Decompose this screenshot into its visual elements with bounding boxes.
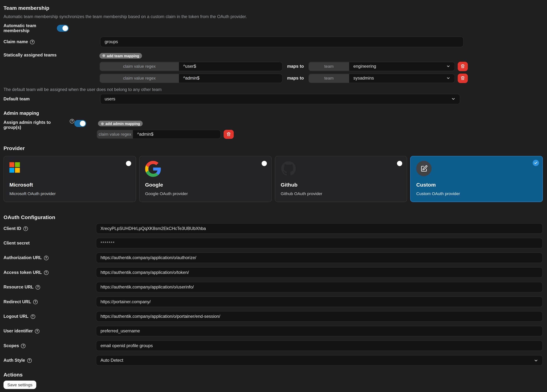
radio-unchecked-icon[interactable] xyxy=(261,161,267,166)
help-icon: ? xyxy=(30,314,35,319)
logout-url-label: Logout URL ? xyxy=(4,314,96,319)
team-addon: team xyxy=(309,62,349,71)
admin-mapping-heading: Admin mapping xyxy=(4,110,543,116)
remove-team-mapping-button[interactable] xyxy=(458,73,468,83)
help-icon: ? xyxy=(21,344,26,348)
provider-card-custom[interactable]: Custom Custom OAuth provider xyxy=(410,156,543,202)
help-icon: ? xyxy=(44,270,48,275)
field-label-text: Redirect URL xyxy=(4,299,31,304)
remove-admin-mapping-button[interactable] xyxy=(224,130,234,139)
help-icon: ? xyxy=(27,358,32,363)
redirect-url-input[interactable] xyxy=(96,296,543,307)
field-label-text: Authorization URL xyxy=(4,255,42,260)
add-circle-icon: ⊕ xyxy=(102,54,105,58)
scopes-input[interactable] xyxy=(96,341,543,351)
field-label-text: Access token URL xyxy=(4,270,42,275)
chevron-down-icon xyxy=(446,76,451,80)
help-icon: ? xyxy=(30,40,35,44)
auth-style-label: Auth Style ? xyxy=(4,358,96,363)
access-token-url-label: Access token URL ? xyxy=(4,270,96,275)
field-label-text: Resource URL xyxy=(4,285,34,289)
claim-name-input[interactable] xyxy=(100,36,464,47)
resource-url-label: Resource URL ? xyxy=(4,285,96,289)
automatic-team-membership-label: Automatic team membership xyxy=(4,23,57,33)
team-membership-description: Automatic team membership synchronizes t… xyxy=(4,14,543,20)
team-mapping-row: claim value regex maps to team sysadmins xyxy=(99,73,468,83)
admin-mapping-row: claim value regex xyxy=(97,129,234,139)
chevron-down-icon xyxy=(534,358,538,363)
radio-unchecked-icon[interactable] xyxy=(397,161,402,166)
team-select[interactable]: sysadmins xyxy=(349,74,455,83)
help-icon: ? xyxy=(36,285,40,289)
admin-claim-value-regex-input[interactable] xyxy=(133,130,220,138)
edit-icon xyxy=(416,161,432,176)
field-label-text: Scopes xyxy=(4,343,19,348)
add-admin-mapping-button[interactable]: ⊕ add admin mapping xyxy=(98,121,143,126)
assign-admin-rights-toggle[interactable] xyxy=(74,120,86,127)
provider-card-description: Github OAuth provider xyxy=(281,191,401,196)
provider-card-github[interactable]: Github Github OAuth provider xyxy=(275,156,407,202)
help-icon: ? xyxy=(23,226,28,231)
add-circle-icon: ⊕ xyxy=(101,122,104,125)
claim-name-label: Claim name ? xyxy=(4,40,100,44)
provider-card-title: Custom xyxy=(416,182,537,188)
scopes-label: Scopes ? xyxy=(4,343,96,348)
claim-value-regex-input[interactable] xyxy=(179,62,282,71)
remove-team-mapping-button[interactable] xyxy=(458,62,468,71)
maps-to-label: maps to xyxy=(287,76,304,81)
trash-icon xyxy=(460,76,465,81)
github-logo-icon xyxy=(281,161,296,176)
field-label-text: Auth Style xyxy=(4,358,25,363)
help-icon: ? xyxy=(70,119,74,124)
field-label-text: Client secret xyxy=(4,241,30,246)
provider-card-title: Google xyxy=(145,182,266,188)
assign-admin-rights-label-text: Assign admin rights to group(s) xyxy=(4,120,68,130)
help-icon: ? xyxy=(35,329,40,333)
user-identifier-input[interactable] xyxy=(96,326,543,337)
client-secret-input[interactable] xyxy=(96,238,543,248)
default-team-label: Default team xyxy=(4,96,100,101)
assign-admin-rights-label: Assign admin rights to group(s) ? xyxy=(4,120,74,139)
authorization-url-label: Authorization URL ? xyxy=(4,255,96,260)
field-label-text: Client ID xyxy=(4,226,21,231)
team-membership-heading: Team membership xyxy=(4,5,543,11)
default-team-help-text: The default team will be assigned when t… xyxy=(4,87,543,92)
client-id-input[interactable] xyxy=(96,223,543,234)
provider-card-description: Google OAuth provider xyxy=(145,191,266,196)
claim-value-regex-addon: claim value regex xyxy=(97,130,133,138)
access-token-url-input[interactable] xyxy=(96,267,543,278)
authorization-url-input[interactable] xyxy=(96,253,543,263)
resource-url-input[interactable] xyxy=(96,282,543,292)
team-select-value: engineering xyxy=(353,64,376,69)
add-team-mapping-label: add team mapping xyxy=(107,54,139,58)
user-identifier-label: User identifier ? xyxy=(4,329,96,333)
claim-value-regex-addon: claim value regex xyxy=(100,62,179,71)
trash-icon xyxy=(226,132,231,137)
team-select[interactable]: engineering xyxy=(349,62,455,71)
chevron-down-icon xyxy=(446,64,451,69)
help-icon: ? xyxy=(44,256,48,260)
provider-card-microsoft[interactable]: Microsoft Microsoft OAuth provider xyxy=(4,156,136,202)
provider-card-title: Microsoft xyxy=(9,182,130,188)
team-mapping-row: claim value regex maps to team engineeri… xyxy=(99,62,468,71)
oauth-configuration-heading: OAuth Configuration xyxy=(4,214,543,220)
add-team-mapping-button[interactable]: ⊕ add team mapping xyxy=(99,53,142,58)
provider-card-google[interactable]: Google Google OAuth provider xyxy=(139,156,272,202)
actions-heading: Actions xyxy=(4,371,543,378)
default-team-select[interactable]: users xyxy=(100,94,460,104)
claim-value-regex-input[interactable] xyxy=(179,74,282,83)
save-settings-button[interactable]: Save settings xyxy=(4,381,36,389)
automatic-team-membership-toggle[interactable] xyxy=(57,25,69,32)
team-select-value: sysadmins xyxy=(353,76,374,81)
provider-card-title: Github xyxy=(281,182,401,188)
chevron-down-icon xyxy=(451,97,456,101)
team-addon: team xyxy=(309,74,349,83)
redirect-url-label: Redirect URL ? xyxy=(4,299,96,304)
auth-style-select[interactable]: Auto Detect xyxy=(96,355,543,366)
client-id-label: Client ID ? xyxy=(4,226,96,231)
radio-unchecked-icon[interactable] xyxy=(126,161,131,166)
field-label-text: User identifier xyxy=(4,329,33,333)
provider-card-description: Microsoft OAuth provider xyxy=(9,191,130,196)
logout-url-input[interactable] xyxy=(96,311,543,322)
auth-style-value: Auto Detect xyxy=(100,358,123,363)
